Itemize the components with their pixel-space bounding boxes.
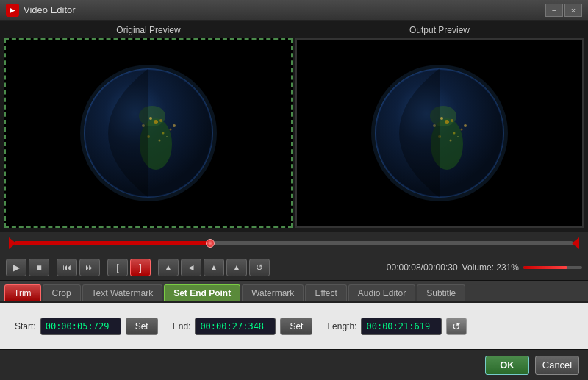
- svg-point-27: [457, 136, 459, 137]
- rotate-button[interactable]: ↺: [249, 259, 270, 276]
- tab-subtitle[interactable]: Subtitle: [417, 284, 465, 301]
- stop-button[interactable]: ■: [29, 259, 49, 276]
- scrubber-end-marker: [572, 237, 579, 249]
- step-fwd-button[interactable]: ⏭: [79, 259, 100, 276]
- minimize-button[interactable]: −: [545, 4, 563, 17]
- time-display: 00:00:08/00:00:30: [387, 262, 458, 273]
- svg-point-8: [162, 132, 165, 135]
- reset-button[interactable]: ↺: [446, 318, 467, 335]
- close-button[interactable]: ×: [564, 4, 582, 17]
- window-title: Video Editor: [24, 4, 545, 15]
- output-preview-label: Output Preview: [409, 25, 470, 35]
- controls-bar: ▶ ■ ⏮ ⏭ [ ] ▲ ◄ ▲ ▲ ↺ 00:00:08/00:00:30 …: [0, 254, 588, 281]
- bottom-bar: OK Cancel: [0, 349, 588, 380]
- end-set-button[interactable]: Set: [280, 318, 312, 335]
- volume-area: 00:00:08/00:00:30 Volume: 231%: [387, 262, 582, 273]
- scrubber-progress: [15, 241, 210, 245]
- arrow-right-button[interactable]: ▲: [226, 259, 247, 276]
- app-icon-symbol: ▶: [10, 6, 15, 14]
- arrow-left-button[interactable]: ◄: [181, 259, 201, 276]
- timeline-area[interactable]: [0, 232, 588, 254]
- app-icon: ▶: [6, 4, 19, 17]
- content-panel: Start: Set End: Set Length: ↺: [0, 303, 588, 349]
- length-display: [361, 318, 442, 335]
- output-video-display: [295, 38, 584, 228]
- svg-point-20: [445, 120, 449, 124]
- tab-text-watermark[interactable]: Text Watermark: [82, 284, 163, 301]
- svg-point-29: [461, 129, 463, 131]
- arrow-up-button[interactable]: ▲: [204, 259, 224, 276]
- svg-point-28: [464, 124, 467, 127]
- scrubber-track[interactable]: [15, 241, 573, 245]
- tab-trim[interactable]: Trim: [4, 284, 41, 301]
- tab-bar: Trim Crop Text Watermark Set End Point W…: [0, 281, 588, 303]
- svg-point-21: [440, 117, 443, 120]
- tab-set-end-point[interactable]: Set End Point: [164, 284, 240, 301]
- start-time-input[interactable]: [40, 318, 121, 335]
- length-field-group: Length: ↺: [327, 318, 467, 335]
- cancel-button[interactable]: Cancel: [535, 356, 579, 375]
- output-globe-graphic: [370, 63, 509, 203]
- step-back-button[interactable]: ⏮: [57, 259, 77, 276]
- svg-point-13: [170, 129, 172, 131]
- original-video-display: [4, 38, 293, 228]
- marker-button[interactable]: ▲: [158, 259, 179, 276]
- volume-label: Volume: 231%: [462, 262, 519, 273]
- volume-fill: [523, 266, 567, 269]
- tab-audio-editor[interactable]: Audio Editor: [348, 284, 415, 301]
- trim-start-button[interactable]: [: [107, 259, 128, 276]
- svg-point-24: [453, 132, 456, 135]
- svg-point-4: [154, 120, 158, 124]
- svg-point-5: [149, 117, 152, 120]
- svg-point-26: [450, 140, 452, 142]
- trim-end-button[interactable]: ]: [130, 259, 151, 276]
- end-time-input[interactable]: [195, 318, 276, 335]
- start-field-group: Start: Set: [15, 318, 158, 335]
- end-label: End:: [173, 321, 191, 331]
- volume-slider[interactable]: [523, 266, 582, 269]
- svg-point-11: [166, 136, 168, 137]
- tab-watermark[interactable]: Watermark: [242, 284, 304, 301]
- original-preview-label: Original Preview: [116, 25, 180, 35]
- start-set-button[interactable]: Set: [126, 318, 158, 335]
- title-bar: ▶ Video Editor − ×: [0, 0, 588, 21]
- end-field-group: End: Set: [173, 318, 313, 335]
- length-label: Length:: [327, 321, 356, 331]
- svg-point-22: [451, 119, 453, 122]
- scrubber-handle[interactable]: [206, 239, 215, 248]
- start-label: Start:: [15, 321, 36, 331]
- window-controls: − ×: [545, 4, 582, 17]
- svg-point-6: [159, 119, 162, 122]
- svg-point-10: [159, 140, 161, 142]
- output-preview-pane: Output Preview: [295, 25, 584, 228]
- original-preview-pane: Original Preview: [4, 25, 293, 228]
- play-button[interactable]: ▶: [6, 259, 26, 276]
- svg-point-12: [173, 124, 176, 127]
- original-globe-graphic: [79, 63, 218, 203]
- ok-button[interactable]: OK: [485, 356, 529, 375]
- tab-effect[interactable]: Effect: [305, 284, 346, 301]
- tab-crop[interactable]: Crop: [43, 284, 81, 301]
- preview-area: Original Preview: [0, 21, 588, 232]
